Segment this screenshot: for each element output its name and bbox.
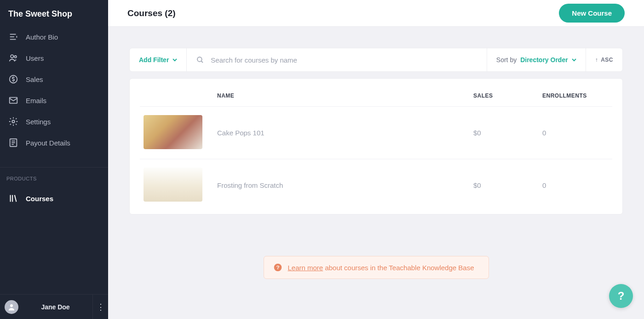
kebab-icon: ⋮	[97, 302, 105, 312]
emails-icon	[8, 95, 18, 105]
sidebar-item-sales[interactable]: Sales	[0, 69, 108, 90]
learn-more-link[interactable]: Learn more	[288, 264, 323, 272]
sidebar: The Sweet Shop Author Bio Users Sales Em…	[0, 0, 108, 319]
col-sales: SALES	[470, 88, 539, 107]
payout-icon	[8, 138, 18, 148]
search-input[interactable]	[211, 56, 477, 64]
sidebar-item-courses[interactable]: Courses	[0, 188, 108, 209]
courses-table: NAME SALES ENROLLMENTS Cake Pops 101 $0 …	[140, 88, 612, 211]
sidebar-item-author-bio[interactable]: Author Bio	[0, 26, 108, 47]
user-bar: Jane Doe ⋮	[0, 294, 108, 319]
sidebar-item-users[interactable]: Users	[0, 47, 108, 69]
arrow-up-icon: ↑	[595, 57, 598, 63]
chevron-down-icon	[572, 58, 576, 62]
course-sales: $0	[470, 107, 539, 159]
products-nav: Courses	[0, 188, 108, 209]
course-sales: $0	[470, 159, 539, 212]
sidebar-item-label: Author Bio	[26, 33, 58, 41]
search-cell	[187, 48, 487, 71]
search-icon	[196, 56, 204, 64]
col-enrollments: ENROLLMENTS	[539, 88, 612, 107]
sort-direction-toggle[interactable]: ↑ ASC	[586, 48, 622, 71]
sidebar-item-label: Emails	[26, 97, 46, 104]
sidebar-item-payout-details[interactable]: Payout Details	[0, 132, 108, 153]
col-thumb	[140, 88, 213, 107]
col-name: NAME	[213, 88, 470, 107]
add-filter-button[interactable]: Add Filter	[130, 48, 187, 71]
avatar	[5, 300, 18, 314]
learn-more-callout: ? Learn more about courses in the Teacha…	[264, 256, 489, 279]
courses-table-card: NAME SALES ENROLLMENTS Cake Pops 101 $0 …	[129, 78, 623, 215]
svg-text:?: ?	[276, 264, 279, 270]
sidebar-item-label: Settings	[26, 118, 51, 126]
sort-direction-label: ASC	[601, 57, 613, 63]
users-icon	[8, 53, 18, 63]
user-name: Jane Doe	[25, 303, 92, 311]
sidebar-item-label: Payout Details	[26, 139, 70, 147]
toolbar: Add Filter Sort by Directory Order ↑ ASC	[129, 48, 623, 72]
help-circle-icon: ?	[273, 263, 282, 272]
author-icon	[8, 32, 18, 42]
svg-line-17	[15, 195, 17, 202]
table-row[interactable]: Frosting from Scratch $0 0	[140, 159, 612, 212]
callout-text: Learn more about courses in the Teachabl…	[288, 264, 474, 272]
course-enrollments: 0	[539, 159, 612, 212]
courses-icon	[8, 193, 18, 203]
sidebar-item-label: Users	[26, 54, 44, 62]
course-thumbnail	[144, 115, 202, 149]
sort-by-label: Sort by	[496, 56, 517, 64]
sidebar-item-emails[interactable]: Emails	[0, 90, 108, 111]
question-icon: ?	[618, 290, 625, 302]
svg-point-19	[197, 57, 202, 62]
sidebar-item-label: Sales	[26, 75, 43, 83]
topbar: Courses (2) New Course	[108, 0, 644, 27]
sort-by-control[interactable]: Sort by Directory Order	[487, 48, 586, 71]
brand-title[interactable]: The Sweet Shop	[0, 0, 108, 23]
user-menu-button[interactable]: ⋮	[92, 295, 108, 319]
course-name: Frosting from Scratch	[213, 159, 470, 212]
sidebar-item-settings[interactable]: Settings	[0, 111, 108, 132]
svg-point-4	[11, 55, 13, 58]
svg-point-5	[14, 56, 17, 58]
course-enrollments: 0	[539, 107, 612, 159]
svg-point-18	[10, 304, 13, 307]
callout-rest: about courses in the Teachable Knowledge…	[323, 264, 474, 272]
sales-icon	[8, 74, 18, 84]
course-name: Cake Pops 101	[213, 107, 470, 159]
new-course-button[interactable]: New Course	[559, 4, 625, 23]
sidebar-item-label: Courses	[26, 195, 53, 203]
sort-by-value: Directory Order	[520, 56, 568, 64]
settings-icon	[8, 116, 18, 127]
page-title: Courses (2)	[127, 8, 176, 18]
table-row[interactable]: Cake Pops 101 $0 0	[140, 107, 612, 159]
user-bar-profile[interactable]: Jane Doe	[0, 300, 92, 314]
sidebar-section-label: PRODUCTS	[0, 168, 108, 184]
add-filter-label: Add Filter	[139, 56, 169, 64]
main: Courses (2) New Course Add Filter Sort b…	[108, 0, 644, 319]
chevron-down-icon	[172, 58, 177, 62]
course-thumbnail	[144, 168, 202, 202]
content: Add Filter Sort by Directory Order ↑ ASC	[108, 27, 644, 300]
help-fab[interactable]: ?	[609, 284, 633, 308]
svg-line-20	[201, 61, 203, 63]
primary-nav: Author Bio Users Sales Emails Settings	[0, 26, 108, 153]
svg-point-10	[12, 120, 15, 123]
